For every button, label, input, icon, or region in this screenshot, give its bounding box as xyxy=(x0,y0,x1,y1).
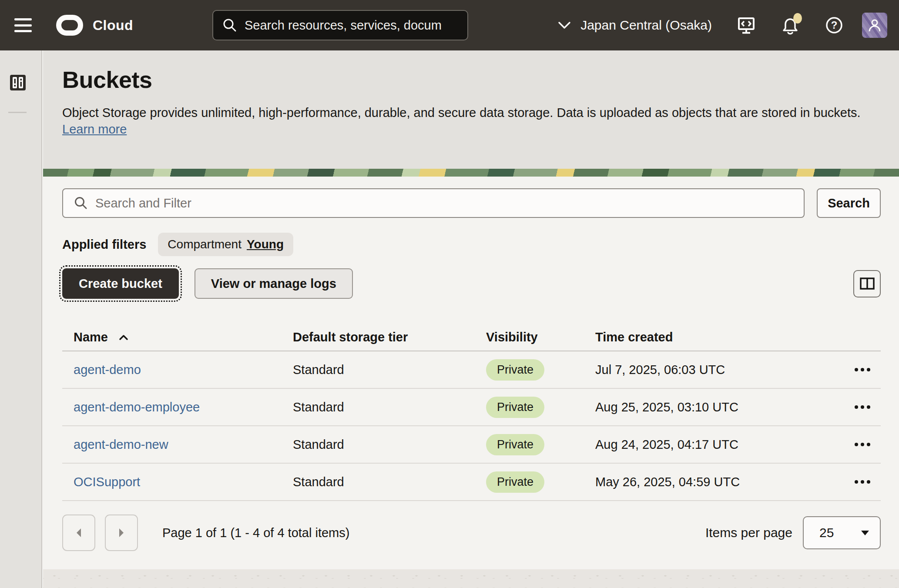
bucket-name-link[interactable]: OCISupport xyxy=(74,475,140,489)
time-created-cell: May 26, 2025, 04:59 UTC xyxy=(595,475,829,489)
notifications-bell-icon[interactable] xyxy=(781,16,800,35)
left-sidebar xyxy=(0,50,42,588)
decorative-banner xyxy=(43,169,899,177)
items-per-page-value: 25 xyxy=(819,525,834,540)
storage-tier-cell: Standard xyxy=(293,400,486,414)
table-row: agent-demo Standard Private Jul 7, 2025,… xyxy=(62,351,881,389)
notification-badge xyxy=(793,13,802,23)
code-console-icon[interactable] xyxy=(737,16,756,35)
applied-filters-row: Applied filters Compartment Young xyxy=(62,233,881,256)
bucket-name-link[interactable]: agent-demo-new xyxy=(74,438,168,451)
region-selector[interactable]: Japan Central (Osaka) xyxy=(558,18,712,33)
sidebar-divider xyxy=(8,112,27,113)
items-per-page-label: Items per page xyxy=(705,525,792,540)
oracle-logo xyxy=(56,15,83,36)
compartment-filter-chip[interactable]: Compartment Young xyxy=(158,233,293,256)
items-per-page-select[interactable]: 25 xyxy=(803,516,881,549)
chip-label: Compartment xyxy=(168,237,242,251)
kebab-menu-icon[interactable] xyxy=(855,405,881,409)
visibility-badge: Private xyxy=(486,434,544,455)
oci-console-screen: Cloud Japan Central (Osaka) ? xyxy=(0,0,899,588)
visibility-badge: Private xyxy=(486,471,544,493)
brand-label: Cloud xyxy=(93,17,133,33)
column-header-visibility: Visibility xyxy=(486,330,595,344)
table-row: agent-demo-employee Standard Private Aug… xyxy=(62,389,881,426)
help-icon[interactable]: ? xyxy=(825,16,844,35)
filter-row: Search xyxy=(62,188,881,218)
storage-tier-cell: Standard xyxy=(293,475,486,489)
time-created-cell: Aug 25, 2025, 03:10 UTC xyxy=(595,400,829,414)
svg-text:?: ? xyxy=(831,19,838,31)
bucket-name-link[interactable]: agent-demo xyxy=(74,363,141,377)
chevron-down-icon xyxy=(558,21,571,30)
prev-page-icon xyxy=(75,528,82,538)
kebab-menu-icon[interactable] xyxy=(855,443,881,446)
page-header: Buckets Object Storage provides unlimite… xyxy=(43,50,899,169)
column-header-name[interactable]: Name xyxy=(62,330,293,344)
time-created-cell: Jul 7, 2025, 06:03 UTC xyxy=(595,363,829,377)
top-bar: Cloud Japan Central (Osaka) ? xyxy=(0,0,899,50)
search-icon xyxy=(222,17,238,33)
table-row: agent-demo-new Standard Private Aug 24, … xyxy=(62,426,881,464)
table-row: OCISupport Standard Private May 26, 2025… xyxy=(62,464,881,501)
global-search xyxy=(212,10,468,40)
page-description: Object Storage provides unlimited, high-… xyxy=(62,104,881,137)
filter-search-box xyxy=(62,188,805,218)
create-bucket-button[interactable]: Create bucket xyxy=(62,268,179,299)
column-header-tier: Default storage tier xyxy=(293,330,486,344)
learn-more-link[interactable]: Learn more xyxy=(62,122,127,136)
buckets-table: Name Default storage tier Visibility Tim… xyxy=(62,324,881,501)
column-header-created: Time created xyxy=(595,330,829,344)
storage-sidebar-icon[interactable] xyxy=(10,74,26,93)
region-label: Japan Central (Osaka) xyxy=(580,18,712,33)
decorative-footer-band xyxy=(43,569,899,588)
visibility-badge: Private xyxy=(486,359,544,381)
chip-value: Young xyxy=(247,237,284,251)
storage-tier-cell: Standard xyxy=(293,363,486,377)
next-page-button[interactable] xyxy=(105,514,138,551)
user-avatar[interactable] xyxy=(862,13,887,38)
next-page-icon xyxy=(118,528,125,538)
table-header-row: Name Default storage tier Visibility Tim… xyxy=(62,324,881,351)
search-button[interactable]: Search xyxy=(817,188,881,218)
main-area: Buckets Object Storage provides unlimite… xyxy=(43,50,899,588)
kebab-menu-icon[interactable] xyxy=(855,368,881,371)
columns-toggle-icon xyxy=(859,276,876,291)
global-search-input[interactable] xyxy=(245,18,461,33)
person-icon xyxy=(867,17,882,33)
brand-home-link[interactable]: Cloud xyxy=(56,15,133,36)
storage-tier-cell: Standard xyxy=(293,438,486,452)
filter-search-input[interactable] xyxy=(95,196,797,210)
visibility-badge: Private xyxy=(486,397,544,418)
search-icon xyxy=(74,196,88,210)
sort-ascending-icon xyxy=(118,334,129,341)
dropdown-caret-icon xyxy=(861,530,869,536)
pagination-status: Page 1 of 1 (1 - 4 of 4 total items) xyxy=(162,526,349,540)
view-manage-logs-button[interactable]: View or manage logs xyxy=(195,268,353,299)
top-bar-right: Japan Central (Osaka) ? xyxy=(558,13,887,38)
time-created-cell: Aug 24, 2025, 04:17 UTC xyxy=(595,438,829,452)
page-description-text: Object Storage provides unlimited, high-… xyxy=(62,106,861,120)
actions-row: Create bucket View or manage logs xyxy=(62,268,881,299)
hamburger-icon[interactable] xyxy=(14,18,32,32)
bucket-name-link[interactable]: agent-demo-employee xyxy=(74,400,200,414)
pagination-bar: Page 1 of 1 (1 - 4 of 4 total items) Ite… xyxy=(62,514,881,551)
prev-page-button[interactable] xyxy=(62,514,95,551)
columns-toggle-button[interactable] xyxy=(853,270,881,297)
applied-filters-label: Applied filters xyxy=(62,237,146,252)
page-title: Buckets xyxy=(62,66,881,93)
kebab-menu-icon[interactable] xyxy=(855,480,881,484)
content-area: Search Applied filters Compartment Young… xyxy=(43,177,899,569)
